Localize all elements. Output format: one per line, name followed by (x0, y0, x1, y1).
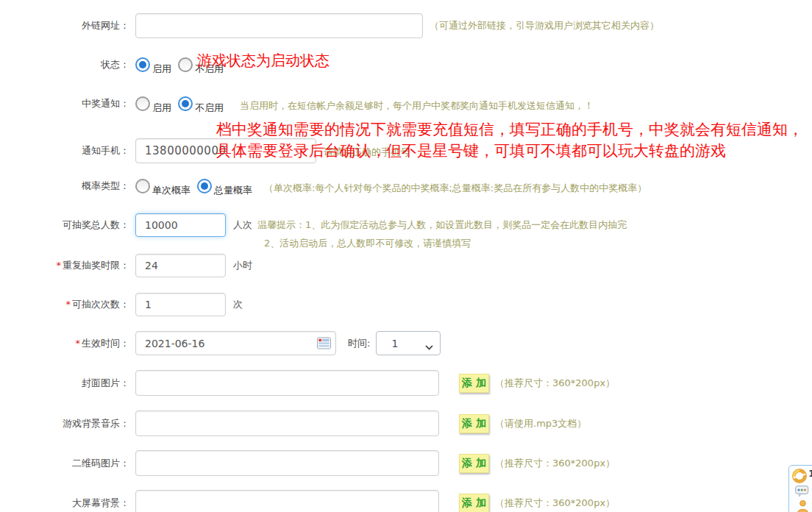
draw-times-label: *可抽次次数： (0, 298, 129, 311)
chat-widget-panel: 1 (788, 465, 812, 512)
total-people-input[interactable] (135, 213, 226, 237)
status-enable-radio-label[interactable]: 启用 (152, 63, 171, 76)
status-disable-radio[interactable] (178, 57, 193, 72)
form-row-qr-image: 二维码图片： 添 加 （推荐尺寸：360*200px） (0, 450, 615, 476)
bg-music-input[interactable] (135, 410, 439, 436)
draw-times-unit: 次 (233, 298, 243, 311)
status-annotation: 游戏状态为启动状态 (197, 51, 330, 71)
form-row-screen-bg: 大屏幕背景： 添 加 （推荐尺寸：360*200px） (0, 490, 615, 512)
total-people-unit: 人次 (233, 218, 252, 232)
qr-image-label: 二维码图片： (0, 457, 129, 470)
message-count-badge: 1 (808, 468, 812, 479)
cover-image-hint: （推荐尺寸：360*200px） (495, 377, 615, 390)
cover-image-label: 封面图片： (0, 377, 129, 390)
notice-phone-label: 通知手机： (0, 144, 129, 157)
time-label: 时间: (348, 337, 370, 350)
total-people-hint-line1: 温馨提示：1、此为假定活动总参与人数，如设置此数目，则奖品一定会在此数目内抽完 (257, 218, 627, 232)
time-select-value: 1 (391, 338, 398, 349)
form-row-cover-image: 封面图片： 添 加 （推荐尺寸：360*200px） (0, 370, 615, 396)
person-icon[interactable] (797, 499, 809, 512)
form-row-effective-time: *生效时间： 时间: 1 (0, 331, 441, 355)
draw-times-input[interactable] (135, 293, 226, 316)
sms-annotation-line1: 档中奖通知需要的情况下就需要充值短信，填写正确的手机号，中奖就会有短信通知， (216, 119, 803, 141)
game-settings-form: 外链网址： （可通过外部链接，引导游戏用户浏览其它相关内容） 状态： 启用 不启… (0, 0, 812, 512)
probability-type-hint: （单次概率:每个人针对每个奖品的中奖概率;总量概率:奖品在所有参与人数中的中奖概… (264, 182, 647, 195)
form-row-draw-times: *可抽次次数： 次 (0, 293, 243, 316)
form-row-external-url: 外链网址： （可通过外部链接，引导游戏用户浏览其它相关内容） (0, 13, 659, 38)
probability-single-radio[interactable] (135, 179, 150, 193)
probability-single-radio-label[interactable]: 单次概率 (152, 184, 190, 197)
cover-image-add-button[interactable]: 添 加 (459, 374, 489, 393)
effective-time-label: *生效时间： (0, 337, 129, 350)
qr-image-add-button[interactable]: 添 加 (459, 454, 489, 473)
screen-bg-label: 大屏幕背景： (0, 497, 129, 510)
probability-type-label: 概率类型： (0, 179, 129, 193)
effective-date-input[interactable] (135, 331, 336, 355)
qr-image-hint: （推荐尺寸：360*200px） (495, 457, 615, 470)
form-row-status: 状态： 启用 不启用 (0, 56, 230, 74)
chat-bubble-icon[interactable] (795, 486, 809, 499)
status-label: 状态： (0, 58, 129, 71)
win-notice-disable-radio-label[interactable]: 不启用 (195, 102, 224, 115)
win-notice-hint: 当启用时，在短信帐户余额足够时，每个用户中奖都奖向通知手机发送短信通知，！ (240, 99, 594, 113)
repeat-limit-label: *重复抽奖时限： (0, 259, 129, 272)
screen-bg-hint: （推荐尺寸：360*200px） (495, 497, 615, 510)
bg-music-add-button[interactable]: 添 加 (459, 414, 489, 433)
cover-image-input[interactable] (135, 370, 439, 396)
external-url-hint: （可通过外部链接，引导游戏用户浏览其它相关内容） (430, 19, 659, 32)
calendar-icon[interactable] (317, 337, 331, 352)
qr-image-input[interactable] (135, 450, 439, 476)
external-url-label: 外链网址： (0, 19, 129, 32)
message-icon[interactable] (791, 468, 808, 486)
sms-annotation: 档中奖通知需要的情况下就需要充值短信，填写正确的手机号，中奖就会有短信通知， 具… (216, 119, 803, 162)
form-row-total-people: 可抽奖总人数： 人次 (0, 213, 252, 237)
required-asterisk: * (76, 338, 81, 349)
probability-total-radio-label[interactable]: 总量概率 (214, 184, 252, 197)
external-url-input[interactable] (135, 13, 423, 38)
total-people-hint-line2: 2、活动启动后，总人数即不可修改，请谨慎填写 (264, 237, 471, 250)
repeat-limit-input[interactable] (135, 254, 226, 277)
status-enable-radio[interactable] (135, 57, 150, 72)
win-notice-label: 中奖通知： (0, 97, 129, 110)
required-asterisk: * (66, 299, 71, 310)
required-asterisk: * (57, 260, 62, 271)
chevron-down-icon (425, 341, 433, 352)
total-people-label: 可抽奖总人数： (0, 218, 129, 232)
win-notice-disable-radio[interactable] (178, 96, 193, 111)
time-select[interactable]: 1 (376, 331, 441, 355)
form-row-win-notice: 中奖通知： 启用 不启用 当启用时，在短信帐户余额足够时，每个用户中奖都奖向通知… (0, 95, 594, 113)
sms-annotation-line2: 具体需要登录后台确认，但不是星号键，可填可不填都可以玩大转盘的游戏 (216, 141, 803, 162)
win-notice-enable-radio[interactable] (135, 96, 150, 111)
bg-music-label: 游戏背景音乐： (0, 417, 129, 430)
form-row-bg-music: 游戏背景音乐： 添 加 （请使用.mp3文档） (0, 410, 586, 436)
form-row-repeat-limit: *重复抽奖时限： 小时 (0, 254, 252, 277)
form-row-probability-type: 概率类型： 单次概率 总量概率 （单次概率:每个人针对每个奖品的中奖概率;总量概… (0, 177, 647, 195)
repeat-limit-unit: 小时 (233, 259, 252, 272)
win-notice-enable-radio-label[interactable]: 启用 (152, 102, 171, 115)
screen-bg-add-button[interactable]: 添 加 (459, 494, 489, 512)
probability-total-radio[interactable] (197, 179, 212, 193)
bg-music-hint: （请使用.mp3文档） (495, 417, 586, 430)
screen-bg-input[interactable] (135, 490, 439, 512)
